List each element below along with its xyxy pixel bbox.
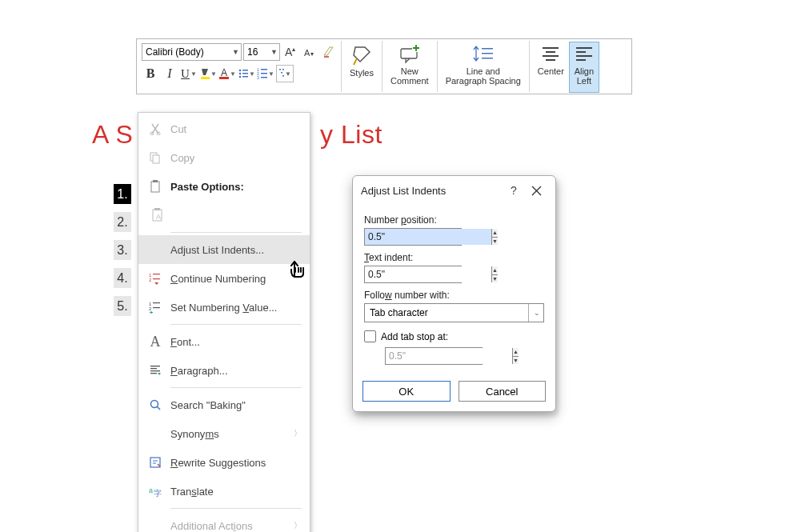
list-item[interactable]: 3. [114,240,131,260]
menu-label: Translate [170,486,214,498]
separator [170,387,302,388]
styles-button[interactable]: Styles [345,42,378,93]
chevron-down-icon: ▼ [285,70,291,78]
bullets-button[interactable]: ▼ [238,65,255,82]
svg-rect-20 [282,69,284,70]
number-position-spinner[interactable]: ▲▼ [364,228,462,246]
svg-rect-41 [153,155,159,163]
spinner-down-icon[interactable]: ▼ [492,275,498,283]
italic-label: I [167,66,171,81]
close-icon [531,186,542,196]
separator [170,232,302,233]
center-label: Center [538,66,564,76]
line-spacing-label-1: Line and [467,66,500,76]
menu-item-search[interactable]: Search "Baking" [138,390,310,419]
clear-formatting-button[interactable] [320,43,338,61]
bold-button[interactable]: B [142,65,159,82]
ribbon-toolbar: Calibri (Body) ▼ 16 ▼ A▴ A▾ B I U▼ ▼ [136,38,632,94]
search-icon [146,398,164,411]
new-comment-label-2: Comment [390,76,429,86]
list-item[interactable]: 2. [114,212,131,232]
menu-label: Additional Actions [170,520,253,532]
menu-label: Synonyms [170,428,219,440]
list-item[interactable]: 4. [114,268,131,288]
menu-label: Search "Baking" [170,399,246,411]
multilevel-list-icon [278,67,284,80]
increase-font-size-button[interactable]: A▴ [282,43,299,61]
menu-label: Paragraph... [170,365,228,377]
close-button[interactable] [525,179,547,202]
spinner-buttons[interactable]: ▲▼ [491,266,498,282]
separator [170,508,302,509]
highlight-button[interactable]: ▼ [199,65,217,82]
list-item[interactable]: 5. [114,296,131,316]
spinner-down-icon: ▼ [513,357,519,365]
font-name-combo[interactable]: Calibri (Body) ▼ [142,43,242,61]
center-button[interactable]: Center [533,42,569,93]
svg-rect-36 [576,55,592,57]
menu-label: Adjust List Indents... [170,244,264,256]
numbering-icon: 1 2 3 [257,67,267,80]
dialog-body: Number position: ▲▼ Text indent: ▲▼ Foll… [353,205,555,373]
svg-text:a: a [149,486,153,494]
menu-label: Copy [170,152,194,164]
line-spacing-button[interactable]: Line and Paragraph Spacing [441,42,526,93]
numbering-button[interactable]: 1 2 3 ▼ [257,65,274,82]
text-indent-spinner[interactable]: ▲▼ [364,266,462,283]
text-indent-label: Text indent: [364,252,544,263]
styles-group: Styles [341,41,382,92]
menu-item-cut[interactable]: Cut [138,114,310,143]
menu-label: Set Numbering Value... [170,302,277,314]
svg-text:3: 3 [257,75,259,80]
multilevel-list-button[interactable]: ▼ [276,65,294,82]
menu-item-set-numbering-value[interactable]: 12 Set Numbering Value... [138,293,310,322]
spinner-buttons[interactable]: ▲▼ [491,229,498,245]
align-left-button[interactable]: Align Left [569,42,599,93]
menu-item-paragraph[interactable]: Paragraph... [138,356,310,385]
menu-item-translate[interactable]: a字 Translate [138,477,310,506]
underline-button[interactable]: U▼ [180,65,198,82]
decrease-font-size-button[interactable]: A▾ [301,43,318,61]
align-left-icon [574,44,595,65]
new-comment-button[interactable]: New Comment [386,42,434,93]
help-button[interactable]: ? [503,179,525,202]
text-indent-input[interactable] [365,266,491,282]
svg-rect-43 [153,180,158,182]
chevron-down-icon: ▼ [210,70,217,78]
font-size-combo[interactable]: 16 ▼ [243,43,280,61]
new-comment-icon [398,44,422,65]
cancel-button[interactable]: Cancel [459,381,547,402]
menu-item-adjust-list-indents[interactable]: Adjust List Indents... [138,235,310,264]
chevron-down-icon: ▼ [230,48,239,56]
comment-group: New Comment [382,41,437,92]
svg-rect-8 [242,70,248,71]
list-item[interactable]: 1. [114,184,131,204]
paste-icon [146,180,164,193]
styles-icon [350,44,373,66]
menu-item-rewrite[interactable]: Rewrite Suggestions [138,448,310,477]
menu-item-synonyms[interactable]: Synonyms 〉 [138,419,310,448]
follow-number-dropdown[interactable]: Tab character ⌄ [364,303,544,322]
menu-item-font[interactable]: A Font... [138,327,310,356]
bullets-icon [238,67,248,80]
spinner-up-icon[interactable]: ▲ [492,229,498,238]
font-name-value: Calibri (Body) [146,46,204,58]
menu-item-paste-keep-text[interactable]: A [138,201,310,230]
spinner-down-icon[interactable]: ▼ [492,238,498,246]
italic-button[interactable]: I [161,65,178,82]
checkbox-icon [364,330,376,342]
tab-stop-input [386,348,512,364]
dialog-title: Adjust List Indents [361,185,503,197]
font-color-button[interactable]: A ▼ [218,65,236,82]
bold-label: B [146,66,155,81]
menu-item-copy[interactable]: Copy [138,143,310,172]
spinner-up-icon[interactable]: ▲ [492,266,498,275]
menu-item-additional-actions[interactable]: Additional Actions 〉 [138,511,310,532]
svg-rect-45 [154,208,160,210]
menu-item-continue-numbering[interactable]: 12 Continue Numbering [138,264,310,293]
new-comment-label-1: New [401,66,419,76]
add-tab-stop-checkbox[interactable]: Add tab stop at: [364,330,544,342]
follow-number-value: Tab character [370,307,428,318]
number-position-input[interactable] [365,229,491,245]
ok-button[interactable]: OK [362,381,451,402]
